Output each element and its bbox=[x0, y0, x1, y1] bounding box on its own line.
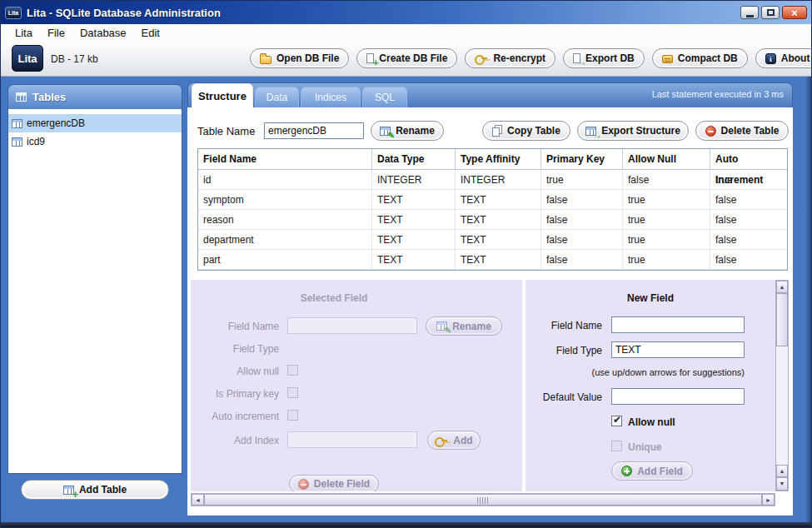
table-item-label: emergencDB bbox=[27, 117, 85, 129]
scroll-left-icon[interactable] bbox=[192, 494, 204, 506]
column-header-type-affinity[interactable]: Type Affinity bbox=[456, 149, 541, 170]
new-allow-null-checkbox[interactable] bbox=[611, 416, 622, 426]
cell: true bbox=[541, 170, 623, 190]
tab-sql[interactable]: SQL bbox=[362, 87, 407, 107]
db-size-label: DB - 17 kb bbox=[51, 53, 98, 65]
title-bar: Lita Lita - SQLite Database Administrati… bbox=[1, 1, 811, 24]
add-field-icon bbox=[621, 466, 632, 476]
tables-header-label: Tables bbox=[32, 91, 66, 103]
rename-table-button[interactable]: Rename bbox=[371, 121, 444, 141]
app-window: { "window": { "title": "Lita - SQLite Da… bbox=[0, 0, 812, 528]
window-bottom-edge bbox=[1, 522, 811, 528]
add-table-icon bbox=[63, 486, 74, 495]
menu-database[interactable]: Database bbox=[72, 27, 134, 39]
cell: TEXT bbox=[456, 250, 541, 270]
auto-increment-checkbox[interactable] bbox=[287, 410, 298, 421]
new-field-type-input[interactable] bbox=[611, 341, 745, 358]
scroll-up-icon[interactable] bbox=[776, 281, 788, 293]
sidebar-item-icd9[interactable]: icd9 bbox=[8, 132, 182, 151]
table-row[interactable]: reason TEXT TEXT false true false bbox=[198, 210, 787, 230]
export-icon bbox=[573, 53, 580, 63]
add-field-button[interactable]: Add Field bbox=[611, 461, 693, 481]
column-header-field-name[interactable]: Field Name bbox=[198, 149, 372, 170]
rename-field-icon bbox=[436, 321, 447, 331]
compact-db-button[interactable]: Compact DB bbox=[652, 48, 748, 68]
tables-list: emergencDB icd9 bbox=[7, 109, 182, 474]
tab-data[interactable]: Data bbox=[255, 87, 299, 107]
close-button[interactable] bbox=[782, 6, 807, 19]
table-name-label: Table Name bbox=[197, 125, 255, 137]
is-primary-key-label: Is Primary key bbox=[191, 388, 279, 400]
menu-file[interactable]: File bbox=[40, 27, 72, 39]
about-button[interactable]: About bbox=[755, 48, 812, 68]
export-structure-button[interactable]: Export Structure bbox=[577, 121, 689, 141]
horizontal-scrollbar[interactable] bbox=[191, 493, 775, 506]
column-header-auto-increment[interactable]: Auto Increment bbox=[710, 149, 787, 170]
cell: false bbox=[710, 250, 787, 270]
cell: true bbox=[623, 190, 710, 210]
cell: TEXT bbox=[372, 190, 456, 210]
scroll-down-icon[interactable] bbox=[776, 477, 788, 491]
compact-db-label: Compact DB bbox=[678, 52, 738, 64]
export-db-label: Export DB bbox=[585, 52, 635, 64]
structure-tab-content: Table Name Rename Copy Table Export Stru… bbox=[187, 107, 793, 516]
tab-structure[interactable]: Structure bbox=[192, 83, 253, 107]
cell: false bbox=[710, 210, 787, 230]
is-primary-key-checkbox[interactable] bbox=[287, 387, 298, 398]
table-name-input[interactable] bbox=[264, 122, 364, 139]
sidebar-item-emergencdb[interactable]: emergencDB bbox=[8, 114, 182, 132]
tab-indices[interactable]: Indices bbox=[301, 87, 361, 107]
new-allow-null-label: Allow null bbox=[628, 416, 675, 428]
add-table-button[interactable]: Add Table bbox=[21, 480, 169, 500]
suggestions-hint: (use up/down arrows for suggestions) bbox=[526, 367, 745, 377]
horizontal-scroll-thumb[interactable] bbox=[204, 494, 762, 506]
add-index-button[interactable]: Add bbox=[427, 431, 481, 450]
cell: false bbox=[623, 170, 710, 190]
default-value-input[interactable] bbox=[611, 388, 745, 405]
new-field-panel: New Field Field Name Field Type (use up/… bbox=[526, 280, 775, 491]
grid-header-row: Field Name Data Type Type Affinity Prima… bbox=[198, 149, 787, 170]
rename-field-button[interactable]: Rename bbox=[426, 316, 502, 336]
allow-null-label: Allow null bbox=[191, 366, 279, 377]
compact-icon bbox=[662, 55, 673, 63]
rename-icon bbox=[380, 127, 391, 136]
delete-field-label: Delete Field bbox=[314, 478, 370, 490]
create-db-file-button[interactable]: Create DB File bbox=[356, 48, 457, 68]
toolbar-buttons: Open DB File Create DB File Re-encrypt E… bbox=[250, 48, 812, 68]
table-row[interactable]: id INTEGER INTEGER true false true bbox=[198, 170, 787, 190]
column-header-allow-null[interactable]: Allow Null bbox=[623, 149, 710, 170]
add-table-label: Add Table bbox=[79, 484, 127, 496]
table-row[interactable]: department TEXT TEXT false true false bbox=[198, 230, 787, 250]
rename-table-label: Rename bbox=[396, 125, 435, 137]
copy-table-button[interactable]: Copy Table bbox=[482, 121, 570, 141]
scroll-right-icon[interactable] bbox=[762, 494, 775, 506]
menu-edit[interactable]: Edit bbox=[134, 27, 167, 39]
cell: false bbox=[710, 190, 787, 210]
table-row[interactable]: symptom TEXT TEXT false true false bbox=[198, 190, 787, 210]
cell: true bbox=[623, 250, 710, 270]
re-encrypt-button[interactable]: Re-encrypt bbox=[465, 48, 555, 68]
create-db-file-label: Create DB File bbox=[379, 52, 447, 64]
export-db-button[interactable]: Export DB bbox=[563, 48, 645, 68]
scroll-up-icon[interactable] bbox=[776, 465, 788, 477]
selected-field-name-input[interactable] bbox=[287, 317, 417, 334]
table-row[interactable]: part TEXT TEXT false true false bbox=[198, 250, 787, 270]
table-item-label: icd9 bbox=[27, 136, 45, 147]
new-field-type-label: Field Type bbox=[526, 345, 602, 356]
column-header-data-type[interactable]: Data Type bbox=[372, 149, 456, 170]
allow-null-checkbox[interactable] bbox=[287, 365, 298, 376]
minimize-button[interactable] bbox=[740, 6, 759, 19]
add-index-input[interactable] bbox=[287, 431, 417, 448]
delete-table-button[interactable]: Delete Table bbox=[695, 121, 789, 141]
new-file-icon bbox=[366, 53, 374, 63]
tables-icon bbox=[16, 92, 27, 102]
unique-checkbox[interactable] bbox=[611, 441, 622, 451]
menu-lita[interactable]: Lita bbox=[7, 27, 40, 39]
delete-field-button[interactable]: Delete Field bbox=[289, 475, 379, 491]
new-field-name-input[interactable] bbox=[611, 316, 745, 333]
column-header-primary-key[interactable]: Primary Key bbox=[541, 149, 623, 170]
open-db-file-button[interactable]: Open DB File bbox=[250, 48, 349, 68]
vertical-scroll-thumb[interactable] bbox=[776, 293, 788, 346]
maximize-button[interactable] bbox=[761, 6, 780, 19]
vertical-scrollbar[interactable] bbox=[775, 280, 789, 491]
